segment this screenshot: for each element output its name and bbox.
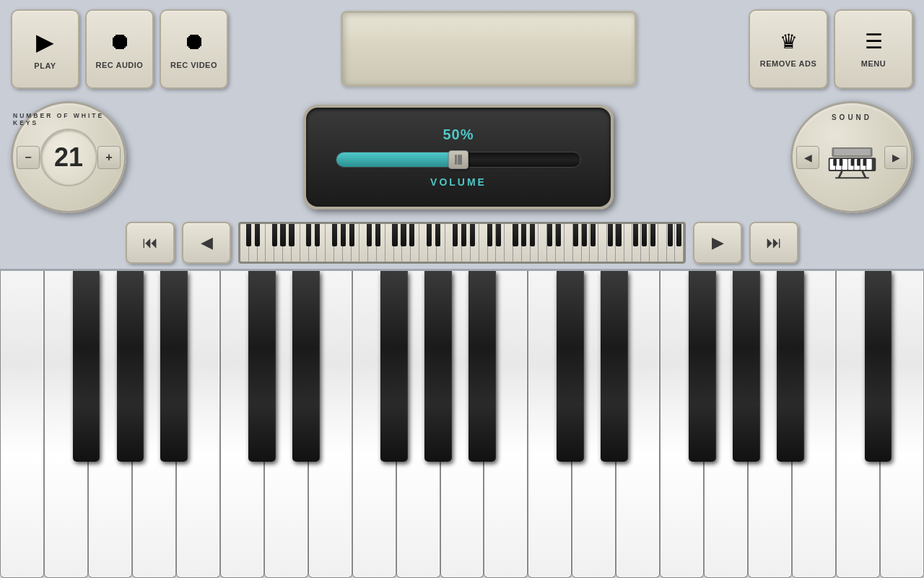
mini-keyboard-display: [238, 222, 686, 264]
skip-back-icon: ⏮: [142, 233, 158, 252]
volume-percent: 50%: [443, 126, 474, 143]
svg-rect-17: [834, 148, 871, 155]
piano-section: [0, 271, 924, 578]
keyboard-instrument-icon: [825, 139, 879, 179]
volume-section: 50% VOLUME: [141, 105, 776, 210]
top-panel: ▶ PLAY ⏺ REC AUDIO ⏺ REC VIDEO ♛ REMOVE …: [0, 0, 924, 98]
black-key[interactable]: [865, 271, 892, 462]
sound-icon-area: [819, 134, 884, 184]
back-button[interactable]: ◀: [182, 222, 231, 264]
white-keys-dial[interactable]: NUMBER OF WHITE KEYS 21 − +: [11, 101, 126, 213]
btn-group-left: ▶ PLAY ⏺ REC AUDIO ⏺ REC VIDEO: [11, 9, 228, 89]
remove-ads-label: REMOVE ADS: [760, 59, 817, 68]
white-key[interactable]: [0, 271, 44, 578]
white-keys-dial-container: NUMBER OF WHITE KEYS 21 − +: [11, 101, 126, 213]
black-key[interactable]: [160, 271, 188, 462]
black-key[interactable]: [733, 271, 760, 462]
dial-plus-button[interactable]: +: [97, 146, 121, 169]
rec-video-icon: ⏺: [183, 28, 206, 55]
skip-back-button[interactable]: ⏮: [126, 222, 175, 264]
thumb-line: [458, 155, 460, 165]
rec-video-button[interactable]: ⏺ REC VIDEO: [160, 9, 228, 89]
svg-line-14: [862, 171, 866, 177]
svg-rect-3: [842, 159, 847, 170]
svg-rect-12: [863, 159, 866, 165]
skip-forward-button[interactable]: ⏭: [749, 222, 798, 264]
piano-wrapper: [0, 271, 924, 578]
skip-forward-icon: ⏭: [766, 233, 782, 252]
back-icon: ◀: [201, 233, 213, 252]
dial-label: NUMBER OF WHITE KEYS: [13, 112, 124, 126]
black-key[interactable]: [380, 271, 408, 462]
btn-group-right: ♛ REMOVE ADS ☰ MENU: [749, 9, 913, 89]
black-key[interactable]: [117, 271, 144, 462]
rec-video-label: REC VIDEO: [170, 61, 217, 69]
menu-button[interactable]: ☰ MENU: [834, 9, 913, 89]
sound-dial[interactable]: SOUND: [790, 101, 913, 213]
volume-widget: 50% VOLUME: [303, 105, 614, 210]
svg-rect-8: [833, 159, 837, 165]
volume-label: VOLUME: [430, 176, 487, 188]
svg-line-13: [838, 171, 842, 177]
play-icon: ▶: [36, 28, 54, 56]
black-key[interactable]: [601, 271, 628, 462]
black-key[interactable]: [248, 271, 276, 462]
black-key[interactable]: [73, 271, 100, 462]
menu-icon: ☰: [865, 30, 883, 53]
rec-audio-icon: ⏺: [108, 28, 131, 55]
middle-panel: NUMBER OF WHITE KEYS 21 − + 50% VOLUME S…: [0, 98, 924, 217]
menu-label: MENU: [861, 59, 886, 68]
display-screen: [341, 11, 637, 87]
forward-icon: ▶: [712, 233, 724, 252]
remove-ads-button[interactable]: ♛ REMOVE ADS: [749, 9, 828, 89]
volume-slider-thumb[interactable]: [448, 150, 468, 169]
sound-label: SOUND: [832, 113, 872, 121]
svg-rect-9: [839, 159, 842, 165]
black-key[interactable]: [557, 271, 584, 462]
rec-audio-label: REC AUDIO: [96, 61, 144, 69]
sound-next-button[interactable]: ▶: [884, 146, 907, 169]
volume-slider-track[interactable]: [336, 152, 581, 168]
volume-slider-fill: [336, 152, 458, 167]
black-key[interactable]: [689, 271, 716, 462]
black-key[interactable]: [292, 271, 320, 462]
play-label: PLAY: [34, 61, 56, 70]
black-key[interactable]: [468, 271, 496, 462]
sound-dial-container: SOUND: [790, 101, 913, 213]
play-button[interactable]: ▶ PLAY: [11, 9, 79, 89]
center-display: [235, 11, 741, 87]
svg-rect-10: [850, 159, 854, 165]
rec-audio-button[interactable]: ⏺ REC AUDIO: [85, 9, 154, 89]
nav-panel: ⏮ ◀ ▶ ⏭: [0, 217, 924, 271]
svg-rect-7: [866, 159, 872, 170]
black-key[interactable]: [424, 271, 452, 462]
dial-minus-button[interactable]: −: [17, 146, 40, 169]
svg-rect-11: [857, 159, 860, 165]
crown-icon: ♛: [780, 30, 798, 53]
sound-prev-button[interactable]: ◀: [796, 146, 819, 169]
black-key[interactable]: [777, 271, 804, 462]
forward-button[interactable]: ▶: [693, 222, 742, 264]
